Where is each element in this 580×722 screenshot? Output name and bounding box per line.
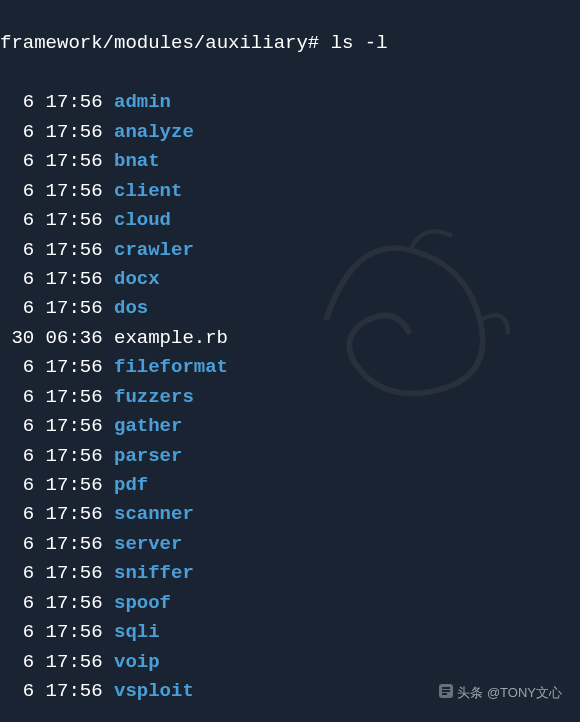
directory-name: sniffer	[114, 559, 194, 588]
entry-time: 17:56	[46, 236, 103, 265]
directory-name: admin	[114, 88, 171, 117]
listing-row: 617:56pdf	[0, 471, 580, 500]
entry-time: 17:56	[46, 442, 103, 471]
directory-name: docx	[114, 265, 160, 294]
directory-name: fuzzers	[114, 383, 194, 412]
listing-row: 617:56fileformat	[0, 353, 580, 382]
entry-time: 17:56	[46, 147, 103, 176]
listing-row: 617:56client	[0, 177, 580, 206]
entry-time: 17:56	[46, 559, 103, 588]
file-name: example.rb	[114, 324, 228, 353]
entry-day: 6	[0, 206, 34, 235]
entry-day: 6	[0, 530, 34, 559]
entry-time: 17:56	[46, 530, 103, 559]
entry-time: 17:56	[46, 177, 103, 206]
entry-day: 6	[0, 442, 34, 471]
directory-name: cloud	[114, 206, 171, 235]
listing-row: 617:56admin	[0, 88, 580, 117]
listing-row: 617:56server	[0, 530, 580, 559]
entry-time: 17:56	[46, 294, 103, 323]
entry-time: 17:56	[46, 118, 103, 147]
directory-name: server	[114, 530, 182, 559]
listing-row: 617:56fuzzers	[0, 383, 580, 412]
entry-day: 6	[0, 294, 34, 323]
entry-day: 6	[0, 236, 34, 265]
entry-day: 6	[0, 147, 34, 176]
listing-row: 617:56voip	[0, 648, 580, 677]
directory-name: vsploit	[114, 677, 194, 706]
directory-name: gather	[114, 412, 182, 441]
listing-row: 3006:36example.rb	[0, 324, 580, 353]
entry-time: 17:56	[46, 618, 103, 647]
entry-time: 17:56	[46, 500, 103, 529]
listing-row: 617:56parser	[0, 442, 580, 471]
toutiao-icon	[439, 684, 453, 704]
svg-rect-2	[442, 690, 450, 692]
listing-row: 617:56bnat	[0, 147, 580, 176]
listing-row: 617:56spoof	[0, 589, 580, 618]
directory-name: dos	[114, 294, 148, 323]
directory-name: scanner	[114, 500, 194, 529]
entry-day: 6	[0, 383, 34, 412]
entry-day: 6	[0, 677, 34, 706]
prompt-line-2: framework/modules/auxiliary# ls -l	[0, 32, 388, 54]
entry-time: 17:56	[46, 677, 103, 706]
entry-day: 6	[0, 118, 34, 147]
entry-day: 6	[0, 177, 34, 206]
listing-row: 617:56docx	[0, 265, 580, 294]
entry-time: 17:56	[46, 353, 103, 382]
entry-time: 17:56	[46, 88, 103, 117]
listing-row: 617:56scanner	[0, 500, 580, 529]
entry-day: 6	[0, 589, 34, 618]
listing-row: 617:56sniffer	[0, 559, 580, 588]
directory-name: voip	[114, 648, 160, 677]
listing-row: 617:56dos	[0, 294, 580, 323]
entry-time: 17:56	[46, 589, 103, 618]
directory-name: pdf	[114, 471, 148, 500]
entry-day: 6	[0, 648, 34, 677]
entry-time: 17:56	[46, 383, 103, 412]
watermark-text: 头条 @TONY文心	[457, 685, 562, 700]
listing-row: 617:56sqli	[0, 618, 580, 647]
entry-day: 6	[0, 412, 34, 441]
entry-day: 6	[0, 265, 34, 294]
directory-name: spoof	[114, 589, 171, 618]
directory-name: bnat	[114, 147, 160, 176]
directory-name: client	[114, 177, 182, 206]
listing-row: 617:56analyze	[0, 118, 580, 147]
listing-row: 617:56gather	[0, 412, 580, 441]
directory-name: sqli	[114, 618, 160, 647]
entry-time: 17:56	[46, 206, 103, 235]
entry-time: 06:36	[46, 324, 103, 353]
entry-day: 6	[0, 500, 34, 529]
svg-rect-3	[442, 693, 447, 695]
listing-row: 617:56crawler	[0, 236, 580, 265]
entry-time: 17:56	[46, 412, 103, 441]
entry-day: 6	[0, 353, 34, 382]
directory-name: analyze	[114, 118, 194, 147]
directory-name: crawler	[114, 236, 194, 265]
terminal-output[interactable]: framework/modules/auxiliary# ls -l 617:5…	[0, 0, 580, 722]
entry-day: 6	[0, 88, 34, 117]
watermark: 头条 @TONY文心	[439, 683, 562, 704]
file-listing: 617:56admin617:56analyze617:56bnat617:56…	[0, 88, 580, 706]
entry-time: 17:56	[46, 471, 103, 500]
listing-row: 617:56cloud	[0, 206, 580, 235]
entry-time: 17:56	[46, 265, 103, 294]
entry-day: 30	[0, 324, 34, 353]
entry-day: 6	[0, 618, 34, 647]
blank-line	[0, 62, 11, 84]
entry-day: 6	[0, 471, 34, 500]
directory-name: parser	[114, 442, 182, 471]
svg-rect-1	[442, 687, 450, 689]
entry-time: 17:56	[46, 648, 103, 677]
entry-day: 6	[0, 559, 34, 588]
directory-name: fileformat	[114, 353, 228, 382]
